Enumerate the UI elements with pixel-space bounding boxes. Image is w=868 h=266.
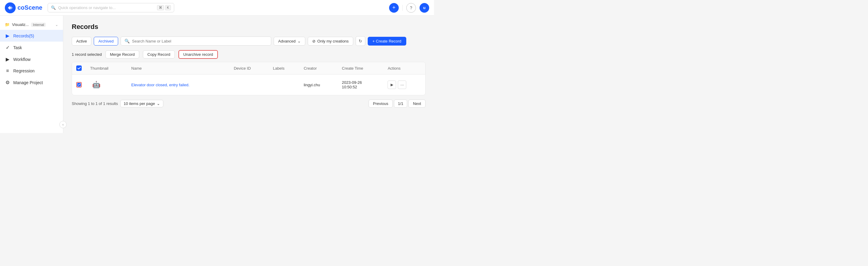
- sidebar-item-manage-project[interactable]: ⚙ Manage Project: [0, 77, 63, 88]
- search-input-wrap[interactable]: 🔍: [121, 36, 271, 46]
- tab-active[interactable]: Active: [72, 37, 91, 46]
- records-table: Thumbnail Name Device ID Labels Creator …: [72, 62, 426, 95]
- settings-icon: ⚙: [5, 80, 10, 85]
- table-row: 🤖 Elevator door closed, entry failed. li…: [72, 75, 425, 95]
- search-input-icon: 🔍: [124, 39, 130, 43]
- pagination-bar: Showing 1 to 1 of 1 results 10 items per…: [72, 99, 426, 108]
- search-input[interactable]: [132, 39, 267, 43]
- global-search-placeholder: Quick operations or navigate to...: [58, 5, 116, 10]
- sidebar-item-label-records: Records(5): [13, 33, 34, 38]
- showing-text: Showing 1 to 1 of 1 results: [72, 101, 118, 106]
- col-device-id: Device ID: [230, 62, 269, 75]
- regression-icon: ≡: [5, 68, 10, 73]
- row-name: Elevator door closed, entry failed.: [127, 75, 230, 95]
- thumbnail-image: 🤖: [90, 79, 102, 91]
- row-create-time: 2023-09-26 10:50:52: [338, 75, 383, 95]
- kbd-cmd: ⌘: [157, 5, 164, 10]
- row-checkbox-cell: [72, 75, 86, 95]
- global-search[interactable]: 🔍 Quick operations or navigate to... ⌘ K: [48, 3, 174, 12]
- row-labels: [269, 75, 300, 95]
- col-thumbnail: Thumbnail: [86, 62, 127, 75]
- sidebar-item-label-task: Task: [13, 45, 22, 50]
- row-checkbox[interactable]: [76, 82, 82, 87]
- row-thumbnail: 🤖: [86, 75, 127, 95]
- per-page-select[interactable]: 10 items per page ⌄: [120, 100, 163, 107]
- only-my-creations-button[interactable]: ⊘ Only my creations: [308, 37, 353, 46]
- header: coScene 🔍 Quick operations or navigate t…: [0, 0, 434, 16]
- sidebar-item-workflow[interactable]: ▶ Workflow: [0, 53, 63, 65]
- search-shortcuts: ⌘ K: [157, 5, 171, 10]
- page-indicator: 1/1: [394, 99, 407, 108]
- col-labels: Labels: [269, 62, 300, 75]
- sidebar-collapse-button[interactable]: ‹: [59, 121, 67, 128]
- copy-record-button[interactable]: Copy Record: [143, 50, 175, 59]
- toolbar: Active Archived 🔍 Advanced ⌄ ⊘ Only my c…: [72, 36, 426, 46]
- sidebar-item-task[interactable]: ✓ Task: [0, 41, 63, 53]
- chevron-down-icon: ⌄: [298, 39, 301, 43]
- selection-count: 1 record selected: [72, 52, 102, 57]
- sidebar-item-label-regression: Regression: [13, 68, 35, 73]
- play-button[interactable]: ▶: [388, 81, 396, 89]
- refresh-button[interactable]: ↻: [355, 36, 365, 46]
- header-divider: [402, 5, 403, 11]
- filter-label: Only my creations: [317, 39, 349, 43]
- workflow-icon: ▶: [5, 56, 10, 62]
- sidebar-project[interactable]: 📁 Visualiz... Internal ⌄: [0, 19, 63, 30]
- logo-text: coScene: [18, 4, 42, 11]
- help-button[interactable]: ?: [406, 3, 416, 13]
- create-record-button[interactable]: + Create Record: [368, 37, 406, 46]
- checkbox-inner: [77, 83, 81, 87]
- main-content: Records Active Archived 🔍 Advanced ⌄ ⊘ O…: [63, 16, 434, 133]
- col-checkbox: [72, 62, 86, 75]
- sidebar-item-label-manage: Manage Project: [13, 80, 43, 85]
- chevron-down-icon: ⌄: [55, 23, 58, 27]
- layout: 📁 Visualiz... Internal ⌄ ▶ Records(5) ✓ …: [0, 16, 434, 133]
- search-icon: 🔍: [51, 5, 56, 10]
- sidebar-item-label-workflow: Workflow: [13, 57, 30, 62]
- sidebar: 📁 Visualiz... Internal ⌄ ▶ Records(5) ✓ …: [0, 16, 63, 133]
- unarchive-record-button[interactable]: Unarchive record: [179, 50, 218, 59]
- row-actions: ▶ ···: [388, 81, 421, 89]
- row-creator: lingyi.chu: [300, 75, 338, 95]
- previous-button[interactable]: Previous: [369, 99, 393, 108]
- col-creator: Creator: [300, 62, 338, 75]
- advanced-label: Advanced: [278, 39, 296, 43]
- page-title: Records: [72, 23, 426, 31]
- sidebar-item-regression[interactable]: ≡ Regression: [0, 65, 63, 77]
- next-button[interactable]: Next: [408, 99, 426, 108]
- project-icon: 📁: [5, 22, 10, 27]
- table-header-row: Thumbnail Name Device ID Labels Creator …: [72, 62, 425, 75]
- more-button[interactable]: ···: [398, 81, 406, 89]
- per-page-chevron: ⌄: [157, 101, 160, 106]
- avatar[interactable]: u: [420, 3, 429, 13]
- col-name: Name: [127, 62, 230, 75]
- task-icon: ✓: [5, 45, 10, 50]
- logo[interactable]: coScene: [5, 2, 44, 13]
- row-device-id: [230, 75, 269, 95]
- records-icon: ▶: [5, 33, 10, 39]
- project-name: Visualiz...: [12, 22, 29, 27]
- merge-record-button[interactable]: Merge Record: [105, 50, 139, 59]
- add-button[interactable]: +: [389, 3, 399, 13]
- per-page-label: 10 items per page: [124, 101, 155, 106]
- record-link[interactable]: Elevator door closed, entry failed.: [131, 83, 190, 87]
- row-actions-cell: ▶ ···: [383, 75, 425, 95]
- sidebar-item-records[interactable]: ▶ Records(5): [0, 30, 63, 41]
- kbd-k: K: [165, 5, 171, 10]
- selection-bar: 1 record selected Merge Record Copy Reco…: [72, 50, 426, 59]
- advanced-button[interactable]: Advanced ⌄: [274, 37, 305, 46]
- filter-icon: ⊘: [312, 39, 315, 43]
- col-actions: Actions: [383, 62, 425, 75]
- select-all-checkbox[interactable]: [76, 65, 82, 71]
- pagination-controls: Previous 1/1 Next: [369, 99, 426, 108]
- header-actions: + ? u: [389, 3, 429, 13]
- col-create-time: Create Time: [338, 62, 383, 75]
- project-badge: Internal: [31, 23, 46, 27]
- logo-icon: [5, 2, 16, 13]
- tab-archived[interactable]: Archived: [94, 37, 118, 46]
